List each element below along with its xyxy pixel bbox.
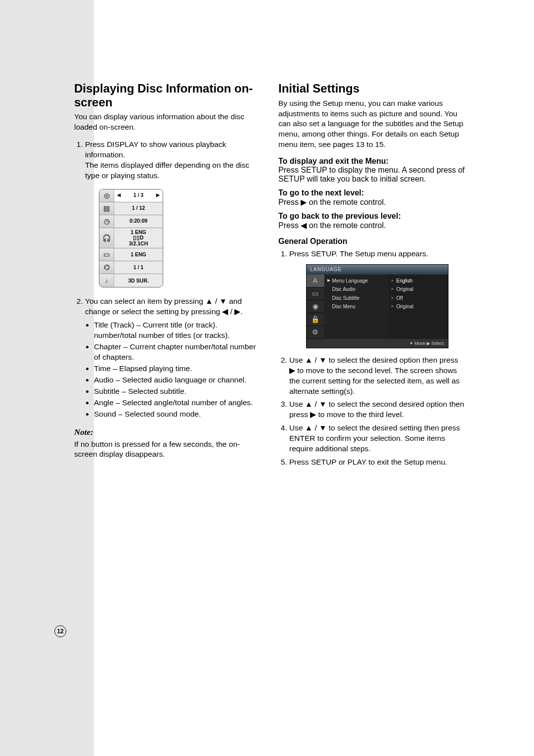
osd-audio-line3: 3/2.1CH [129,241,148,247]
left-step-2-text: You can select an item by pressing ▲ / ▼… [85,297,243,316]
bullet-sound: Sound – Selected sound mode. [94,409,261,420]
osd-title-right-arrow: ▶ [156,193,160,198]
inst3-h: To go back to the previous level: [278,212,465,221]
setup-tabs: A ▭ ◉ 🔒 ⚙ [307,275,324,339]
camera-icon: ⌬ [99,261,114,274]
left-column: Displaying Disc Information on-screen Yo… [74,82,261,472]
right-intro: By using the Setup menu, you can make va… [278,98,465,150]
bullet-audio: Audio – Selected audio language or chann… [94,375,261,385]
bullet-chapter: Chapter – Current chapter number/total n… [94,342,261,363]
left-heading: Displaying Disc Information on-screen [74,82,261,109]
subtitle-icon: ▭ [99,248,114,261]
page-number: 12 [54,625,66,637]
osd-row-angle: ⌬ 1 / 1 [99,261,163,274]
inst1-text: Press SETUP to display the menu. A secon… [278,166,465,183]
chapter-icon: ▤ [99,202,114,215]
bullet-title: Title (Track) – Current title (or track)… [94,320,261,341]
inst2-h: To go to the next level: [278,189,465,197]
tab-lock-icon: 🔒 [307,313,324,326]
setup-item-4: Disc Menu [332,303,356,310]
tab-others-icon: ⚙ [307,326,324,339]
osd-chapter-value: 1 / 12 [114,202,163,215]
setup-value-3: Off [397,295,403,302]
left-bullets: Title (Track) – Current title (or track)… [85,320,261,419]
right-column: Initial Settings By using the Setup menu… [278,82,465,472]
setup-item-2: Disc Audio [332,286,356,293]
sound-icon: ♪ [99,274,114,287]
osd-time-value: 0:20:09 [114,215,163,228]
bullet-time: Time – Elapsed playing time. [94,364,261,374]
osd-row-chapter: ▤ 1 / 12 [99,202,163,215]
setup-item-3: Disc Subtitle [332,295,360,302]
clock-icon: ◷ [99,215,114,228]
right-steps: Press SETUP. The Setup menu appears. LAN… [278,249,465,468]
osd-panel: ◎ ◀ 1 / 3 ▶ ▤ 1 / 12 ◷ [99,189,163,288]
osd-sound-value: 3D SUR. [114,274,163,287]
left-intro: You can display various information abou… [74,112,261,133]
left-step-1: Press DISPLAY to show various playback i… [85,140,261,287]
inst-display-exit: To display and exit the Menu: Press SETU… [278,157,465,184]
bullet-subtitle: Subtitle – Selected subtitle. [94,386,261,397]
bullet-angle: Angle – Selected angle/total number of a… [94,398,261,408]
inst-prev-level: To go back to the previous level: Press … [278,212,465,230]
setup-values-column: ▸English ▸Original ▸Off ▸Original [389,275,448,339]
setup-value-2: Original [397,286,413,293]
inst1-h: To display and exit the Menu: [278,157,465,166]
left-step-1a: Press DISPLAY to show various playback i… [85,140,226,159]
inst3-text: Press ◀ on the remote control. [278,221,386,230]
osd-subtitle-value: 1 ENG [114,248,163,261]
note-text: If no button is pressed for a few second… [74,439,261,460]
setup-menu-title: LANGUAGE [307,265,448,275]
setup-menu-screenshot: LANGUAGE A ▭ ◉ 🔒 ⚙ ▶Menu Language [306,264,448,348]
disc-icon: ◎ [99,189,114,202]
gen-step-3: Use ▲ / ▼ to select the second desired o… [289,399,465,420]
setup-footer-hint: ✦ Move ▶ Select [307,339,448,348]
osd-row-audio: 🎧 1 ENG ▯▯D 3/2.1CH [99,228,163,249]
setup-value-4: Original [397,303,413,310]
left-step-2: You can select an item by pressing ▲ / ▼… [85,296,261,419]
gen-step-2: Use ▲ / ▼ to select the desired option t… [289,355,465,397]
osd-title-left-arrow: ◀ [117,193,121,198]
tab-display-icon: ▭ [307,287,324,300]
osd-row-time: ◷ 0:20:09 [99,215,163,228]
osd-row-subtitle: ▭ 1 ENG [99,248,163,261]
inst2-text: Press ▶ on the remote control. [278,198,386,206]
setup-items-column: ▶Menu Language Disc Audio Disc Subtitle … [324,275,389,339]
right-heading: Initial Settings [278,82,465,95]
note-heading: Note: [74,427,261,437]
gen-step-1: Press SETUP. The Setup menu appears. LAN… [289,249,465,348]
osd-row-sound: ♪ 3D SUR. [99,274,163,287]
gen-step-5: Press SETUP or PLAY to exit the Setup me… [289,457,465,468]
general-operation-heading: General Operation [278,237,465,246]
gen-step-1-text: Press SETUP. The Setup menu appears. [289,249,428,258]
content-area: Displaying Disc Information on-screen Yo… [74,82,465,472]
tab-language-icon: A [307,275,324,287]
gen-step-4: Use ▲ / ▼ to select the desired setting … [289,423,465,454]
setup-value-1: English [397,278,413,284]
headphones-icon: 🎧 [99,228,114,248]
osd-row-title: ◎ ◀ 1 / 3 ▶ [99,189,163,202]
setup-item-1: Menu Language [332,278,368,284]
manual-page: Displaying Disc Information on-screen Yo… [0,0,534,756]
left-step-1b: The items displayed differ depending on … [85,161,249,180]
osd-angle-value: 1 / 1 [114,261,163,274]
osd-title-value: 1 / 3 [134,192,143,198]
left-steps: Press DISPLAY to show various playback i… [74,140,261,419]
inst-next-level: To go to the next level: Press ▶ on the … [278,189,465,207]
tab-audio-icon: ◉ [307,300,324,313]
